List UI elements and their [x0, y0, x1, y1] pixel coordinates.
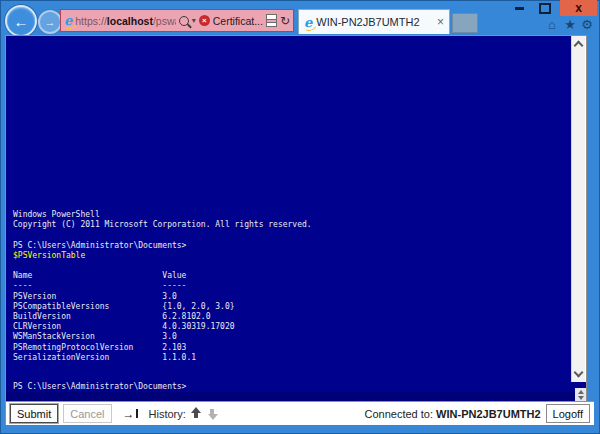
history-label: History: [149, 408, 186, 420]
url-host: localhost [107, 15, 153, 27]
spinner-down-icon [578, 396, 584, 400]
connected-label: Connected to: [365, 408, 434, 420]
back-button[interactable]: ← [5, 5, 37, 37]
url-path: /pswa/console.as [153, 15, 176, 27]
console-line [13, 230, 312, 240]
logoff-button[interactable]: Logoff [546, 404, 590, 423]
console-line: WSManStackVersion 3.0 [13, 332, 312, 342]
home-icon[interactable]: ⌂ [544, 16, 560, 33]
scroll-down-icon[interactable] [574, 368, 584, 378]
input-scroll-spinner[interactable] [575, 388, 586, 401]
forward-button[interactable]: → [38, 10, 62, 34]
command-input-area[interactable]: PS C:\Users\Administrator\Documents> [6, 382, 586, 401]
console-line [13, 373, 312, 382]
ie-icon: e [64, 14, 72, 27]
console-line: PSVersion 3.0 [13, 292, 312, 302]
pswa-page: Windows PowerShellCopyright (C) 2011 Mic… [5, 35, 587, 425]
console-line: PSCompatibleVersions {1.0, 2.0, 3.0} [13, 302, 312, 312]
minimize-icon [515, 7, 524, 10]
refresh-icon[interactable]: ↻ [280, 15, 290, 27]
browser-window: ← → e https://localhost/pswa/console.as … [0, 0, 600, 434]
ie-icon: e [304, 16, 312, 29]
tab-complete-button[interactable]: → [123, 408, 138, 420]
close-button[interactable]: x [560, 0, 597, 16]
connected-server-name: WIN-PN2JB7UMTH2 [436, 408, 541, 420]
cancel-button: Cancel [63, 404, 111, 423]
console-text: Windows PowerShellCopyright (C) 2011 Mic… [13, 210, 312, 382]
maximize-icon [539, 3, 551, 14]
address-bar[interactable]: e https://localhost/pswa/console.as ▾ × … [60, 9, 294, 32]
console-line: CLRVersion 4.0.30319.17020 [13, 322, 312, 332]
tab-close-icon[interactable]: × [437, 16, 444, 28]
compatibility-view-icon[interactable] [266, 14, 277, 27]
console-line: $PSVersionTable [13, 251, 312, 261]
submit-button[interactable]: Submit [10, 404, 58, 423]
history-down-button [207, 407, 218, 420]
console-line: PSRemotingProtocolVersion 2.103 [13, 343, 312, 353]
console-output: Windows PowerShellCopyright (C) 2011 Mic… [6, 36, 571, 382]
console-line: ---- ----- [13, 281, 312, 291]
gear-icon[interactable]: ⚙ [579, 16, 595, 33]
close-icon: x [575, 2, 582, 14]
tab-complete-icon-bar [136, 409, 138, 418]
history-up-button[interactable] [191, 407, 202, 420]
console-line: SerializationVersion 1.1.0.1 [13, 353, 312, 363]
new-tab-button[interactable] [452, 13, 478, 33]
console-line: Copyright (C) 2011 Microsoft Corporation… [13, 220, 312, 230]
spinner-up-icon [578, 390, 584, 394]
certificate-error-button[interactable]: × Certificat... [199, 15, 263, 27]
console-line: BuildVersion 6.2.8102.0 [13, 312, 312, 322]
console-line: PS C:\Users\Administrator\Documents> [13, 241, 312, 251]
chevron-down-icon[interactable]: ▾ [192, 16, 196, 25]
console-line: Name Value [13, 271, 312, 281]
connected-status: Connected to: WIN-PN2JB7UMTH2 [365, 408, 541, 420]
command-input-field[interactable] [6, 392, 586, 401]
console-line [13, 363, 312, 373]
tab-title: WIN-PN2JB7UMTH2 [316, 16, 433, 28]
minimize-button[interactable] [506, 0, 532, 16]
search-icon[interactable] [179, 16, 189, 26]
browser-tab[interactable]: e WIN-PN2JB7UMTH2 × [298, 9, 450, 34]
certificate-error-icon: × [199, 15, 210, 26]
tab-complete-icon: → [123, 408, 135, 420]
console-scrollbar[interactable] [571, 36, 585, 382]
status-toolbar: Submit Cancel → History: Connected to: W… [6, 401, 594, 425]
scroll-up-icon[interactable] [574, 41, 584, 51]
maximize-button[interactable] [532, 0, 558, 16]
console-line: Windows PowerShell [13, 210, 312, 220]
url-text: https://localhost/pswa/console.as [75, 15, 175, 27]
command-prompt: PS C:\Users\Administrator\Documents> [13, 382, 186, 392]
url-scheme: https:// [75, 15, 107, 27]
certificate-error-label: Certificat... [213, 15, 263, 27]
favorites-star-icon[interactable]: ★ [562, 16, 578, 33]
console-line [13, 261, 312, 271]
